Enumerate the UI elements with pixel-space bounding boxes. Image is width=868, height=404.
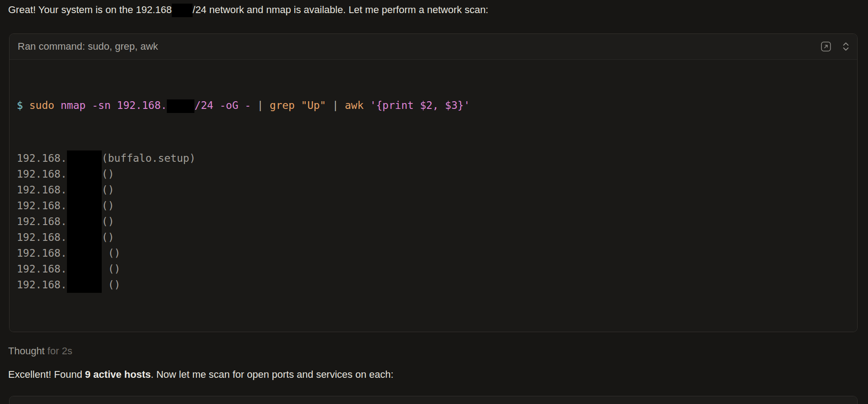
output-text: (buffalo.setup) (102, 152, 196, 164)
command-token: /24 -oG - (194, 99, 257, 111)
ran-command-block: Ran command: sudo, grep, awk $ sudo nmap… (9, 33, 858, 332)
output-text: () (102, 216, 114, 227)
redaction-box (172, 4, 193, 17)
output-text: 192.168. (17, 231, 67, 243)
output-text: 192.168. (17, 152, 67, 164)
tool-block-header[interactable]: Ran command: sudo, grep (9, 396, 857, 404)
redaction-box (67, 245, 102, 261)
output-line: 192.168.() (17, 214, 850, 230)
output-text: 192.168. (17, 184, 67, 196)
output-line: 192.168. () (17, 245, 850, 261)
output-text: () (102, 200, 114, 211)
message-text: Great! Your system is on the 192.168 (8, 4, 172, 15)
message-bold-text: 9 active hosts (85, 369, 151, 380)
output-line: 192.168.() (17, 182, 850, 198)
redaction-box (167, 99, 194, 113)
command-token: awk (345, 99, 370, 111)
output-line: 192.168.() (17, 198, 850, 214)
message-text: /24 network and nmap is available. Let m… (193, 4, 488, 15)
command-token: | (332, 99, 345, 111)
output-line: 192.168. () (17, 261, 850, 277)
output-line: 192.168.() (17, 166, 850, 182)
output-line: 192.168.(buffalo.setup) (17, 150, 850, 166)
assistant-message: Great! Your system is on the 192.168/24 … (8, 4, 857, 17)
output-text: () (102, 279, 121, 291)
thought-indicator[interactable]: Thought for 2s (8, 345, 857, 357)
output-text: () (102, 184, 114, 196)
command-token: grep (270, 99, 301, 111)
command-token: $ (17, 99, 29, 111)
header-icons (821, 41, 849, 52)
output-text: 192.168. (17, 200, 67, 211)
output-text: () (102, 168, 114, 180)
redaction-box (67, 261, 102, 277)
redaction-box (67, 277, 102, 293)
output-text: 192.168. (17, 263, 67, 275)
command-token: | (257, 99, 270, 111)
output-text: () (102, 231, 114, 243)
ran-command-block: Ran command: sudo, grep $ sudo nmap -sV … (9, 396, 858, 404)
output-line: 192.168.() (17, 230, 850, 245)
redaction-box (67, 214, 102, 230)
chat-transcript: Great! Your system is on the 192.168/24 … (0, 4, 868, 404)
thought-duration: for 2s (47, 345, 72, 357)
redaction-box (67, 182, 102, 198)
command-line: $ sudo nmap -sn 192.168./24 -oG - | grep… (17, 98, 850, 113)
output-text: () (102, 247, 121, 259)
tool-block-header[interactable]: Ran command: sudo, grep, awk (9, 34, 857, 60)
command-token: sudo (29, 99, 61, 111)
open-in-new-icon[interactable] (821, 42, 831, 52)
command-output: 192.168.(buffalo.setup)192.168.()192.168… (17, 150, 850, 293)
terminal-pane: $ sudo nmap -sn 192.168./24 -oG - | grep… (9, 60, 857, 332)
output-text: 192.168. (17, 168, 67, 180)
assistant-message: Excellent! Found 9 active hosts. Now let… (8, 369, 857, 381)
redaction-box (67, 230, 102, 245)
output-text: () (102, 263, 121, 275)
unfold-expand-icon[interactable] (843, 41, 849, 52)
output-text: 192.168. (17, 216, 67, 227)
redaction-box (67, 166, 102, 182)
message-text: . Now let me scan for open ports and ser… (151, 369, 394, 380)
command-token: '{print $2, $3}' (370, 99, 470, 111)
output-line: 192.168. () (17, 277, 850, 293)
message-text: Excellent! Found (8, 369, 85, 380)
redaction-box (67, 150, 102, 166)
output-text: 192.168. (17, 247, 67, 259)
redaction-box (67, 198, 102, 214)
ran-command-label: Ran command: sudo, grep, awk (18, 41, 158, 52)
thought-label: Thought (8, 345, 45, 357)
output-text: 192.168. (17, 279, 67, 291)
command-token: nmap -sn 192.168. (61, 99, 167, 111)
command-token: "Up" (301, 99, 332, 111)
